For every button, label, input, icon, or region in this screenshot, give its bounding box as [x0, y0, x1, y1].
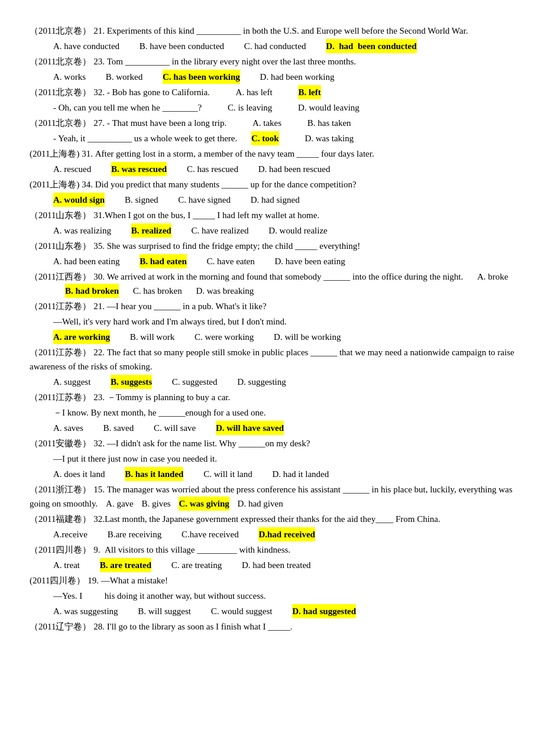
q14-source: （2011浙江卷）	[30, 485, 91, 494]
q11-optD: D. suggesting	[237, 375, 286, 389]
q12-line1: （2011江苏卷） 23. －Tommy is planning to buy …	[30, 390, 514, 404]
q5-source: (2011上海卷)	[30, 149, 79, 158]
q17-optB: B. will suggest	[138, 604, 191, 618]
q12-optD: D. will have saved	[216, 421, 284, 435]
q6-optC: C. have signed	[178, 193, 231, 207]
q16-options: A. treat B. are treated C. are treating …	[53, 558, 514, 572]
page-content: （2011北京卷） 21. Experiments of this kind _…	[30, 24, 514, 634]
q12-line2: －I know. By next month, he ______enough …	[53, 405, 514, 420]
q17-optD: D. had suggested	[292, 604, 356, 618]
q11-line1: （2011江苏卷） 22. The fact that so many peop…	[30, 345, 514, 374]
q17-optA: A. was suggesting	[53, 604, 118, 618]
q13-line1: （2011安徽卷） 32. —I didn't ask for the name…	[30, 436, 514, 450]
q7-source: （2011山东卷）	[30, 210, 91, 220]
q2-optC: C. has been working	[163, 70, 240, 84]
q7-options: A. was realizing B. realized C. have rea…	[53, 223, 514, 238]
q8-source: （2011山东卷）	[30, 241, 91, 251]
q12-optC: C. will save	[154, 421, 196, 435]
q17-source: (2011四川卷）	[30, 576, 85, 585]
q16-optC: C. are treating	[171, 558, 222, 572]
q12-optA: A. saves	[53, 421, 83, 435]
q1-optB: B. have been conducted	[140, 39, 224, 53]
q8-options: A. had been eating B. had eaten C. have …	[53, 254, 514, 268]
q13-line2: —I put it there just now in case you nee…	[53, 452, 514, 466]
q16-optD: D. had been treated	[242, 558, 311, 572]
q16-line1: （2011四川卷） 9. All visitors to this villag…	[30, 543, 514, 557]
q10-line1: （2011江苏卷） 21. —I hear you ______ in a pu…	[30, 299, 514, 313]
q11-source: （2011江苏卷）	[30, 348, 91, 357]
q6-optB: B. signed	[125, 193, 158, 207]
q7-optC: C. have realized	[191, 223, 248, 238]
q8-optC: C. have eaten	[207, 254, 255, 268]
q6-optA: A. would sign	[53, 193, 105, 207]
q7-optD: D. would realize	[268, 223, 328, 238]
q15-source: （2011福建卷）	[30, 514, 91, 524]
q8-line1: （2011山东卷） 35. She was surprised to find …	[30, 239, 514, 253]
q9-source: （2011江西卷）	[30, 272, 91, 281]
q6-options: A. would sign B. signed C. have signed D…	[53, 193, 514, 207]
q3-line1: （2011北京卷） 32. - Bob has gone to Californ…	[30, 85, 514, 99]
q2-optB: B. worked	[106, 70, 143, 84]
q11-options: A. suggest B. suggests C. suggested D. s…	[53, 375, 514, 389]
q4-source: （2011北京卷）	[30, 118, 91, 128]
q12-options: A. saves B. saved C. will save D. will h…	[53, 421, 514, 435]
q2-optA: A. works	[53, 70, 86, 84]
q13-optA: A. does it land	[53, 467, 105, 481]
q3-line2: - Oh, can you tell me when he ________? …	[53, 100, 514, 115]
q2-source: （2011北京卷）	[30, 57, 91, 66]
q10-optD: D. will be working	[274, 330, 341, 344]
q5-optC: C. has rescued	[187, 162, 238, 176]
q10-options: A. are working B. will work C. were work…	[53, 330, 514, 344]
q6-source: (2011上海卷)	[30, 180, 79, 189]
q1-optD: D. had been conducted	[326, 39, 416, 53]
q5-optB: B. was rescued	[111, 162, 167, 176]
q11-optC: C. suggested	[172, 375, 218, 389]
q10-source: （2011江苏卷）	[30, 301, 91, 311]
q2-line1: （2011北京卷） 23. Tom __________ in the libr…	[30, 54, 514, 69]
q5-line1: (2011上海卷) 31. After getting lost in a st…	[30, 147, 514, 161]
q10-line2: —Well, it's very hard work and I'm alway…	[53, 314, 514, 329]
q10-optC: C. were working	[195, 330, 254, 344]
q8-optA: A. had been eating	[53, 254, 119, 268]
q13-options: A. does it land B. has it landed C. will…	[53, 467, 514, 481]
q4-line1: （2011北京卷） 27. - That must have been a lo…	[30, 116, 514, 130]
q10-optA: A. are working	[53, 330, 110, 344]
q10-optB: B. will work	[130, 330, 174, 344]
q8-optD: D. have been eating	[275, 254, 345, 268]
q15-line1: （2011福建卷） 32.Last month, the Japanese go…	[30, 512, 514, 526]
q17-line1: (2011四川卷） 19. —What a mistake!	[30, 573, 514, 588]
q1-options: A. have conducted B. have been conducted…	[53, 39, 514, 53]
q9-line1: （2011江西卷） 30. We arrived at work in the …	[30, 270, 514, 298]
q7-line1: （2011山东卷） 31.When I got on the bus, I __…	[30, 208, 514, 222]
q13-optB: B. has it landed	[125, 467, 183, 481]
q12-optB: B. saved	[103, 421, 134, 435]
q11-optB: B. suggests	[111, 375, 152, 389]
q15-optB: B.are receiving	[108, 527, 162, 541]
q15-optD: D.had received	[258, 527, 315, 541]
q16-optA: A. treat	[53, 558, 80, 572]
q12-source: （2011江苏卷）	[30, 392, 91, 402]
q18-source: （2011辽宁卷）	[30, 622, 91, 631]
q13-optC: C. will it land	[203, 467, 252, 481]
q1-line1: （2011北京卷） 21. Experiments of this kind _…	[30, 24, 514, 38]
q1-optC: C. had conducted	[244, 39, 306, 53]
q17-optC: C. would suggest	[211, 604, 273, 618]
q18-line1: （2011辽宁卷） 28. I'll go to the library as …	[30, 619, 514, 634]
q8-optB: B. had eaten	[140, 254, 187, 268]
q17-options: A. was suggesting B. will suggest C. wou…	[53, 604, 514, 618]
q3-source: （2011北京卷）	[30, 87, 91, 97]
q2-options: A. works B. worked C. has been working D…	[53, 70, 514, 84]
q1-optA: A. have conducted	[53, 39, 119, 53]
q4-line2: - Yeah, it __________ us a whole week to…	[53, 131, 514, 145]
q13-source: （2011安徽卷）	[30, 439, 91, 448]
q17-line2: —Yes. I his doing it another way, but wi…	[53, 589, 514, 603]
q16-optB: B. are treated	[100, 558, 151, 572]
q5-optA: A. rescued	[53, 162, 91, 176]
q5-optD: D. had been rescued	[258, 162, 331, 176]
q13-optD: D. had it landed	[272, 467, 329, 481]
q2-optD: D. had been working	[260, 70, 335, 84]
q15-optA: A.receive	[53, 527, 88, 541]
q16-source: （2011四川卷）	[30, 545, 91, 554]
q11-optA: A. suggest	[53, 375, 90, 389]
q7-optB: B. realized	[131, 223, 171, 238]
